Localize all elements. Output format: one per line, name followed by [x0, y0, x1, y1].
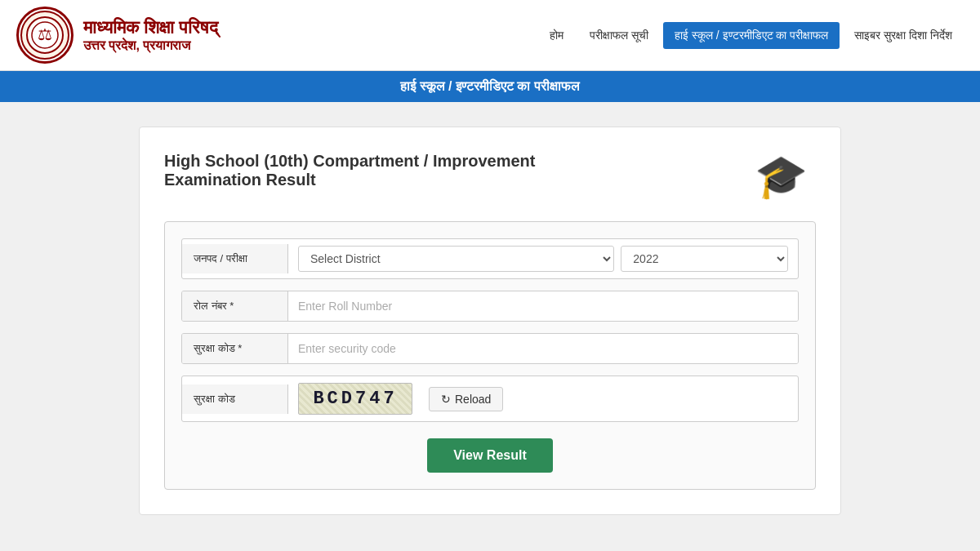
reload-button[interactable]: ↻ Reload [429, 387, 503, 411]
roll-number-row: रोल नंबर * [181, 291, 799, 322]
view-result-button[interactable]: View Result [427, 438, 553, 473]
title-line1: माध्यमिक शिक्षा परिषद् [83, 17, 218, 38]
title-line2: उत्तर प्रदेश, प्रयागराज [83, 38, 218, 53]
security-code-row: सुरक्षा कोड * [181, 333, 799, 364]
page-header: ⚖ माध्यमिक शिक्षा परिषद् उत्तर प्रदेश, प… [0, 0, 980, 71]
logo-svg: ⚖ [25, 16, 65, 55]
card-title: High School (10th) Compartment / Improve… [164, 152, 572, 189]
captcha-image: BCD747 [298, 383, 412, 415]
graduation-cap-icon: 🎓 [755, 152, 808, 202]
district-row: जनपद / परीक्षा Select District Agra Alla… [181, 238, 799, 279]
header-left: ⚖ माध्यमिक शिक्षा परिषद् उत्तर प्रदेश, प… [16, 7, 218, 64]
roll-number-input[interactable] [288, 291, 798, 321]
reload-icon: ↻ [441, 393, 451, 406]
nav-cyber-security[interactable]: साइबर सुरक्षा दिशा निर्देश [843, 22, 964, 49]
logo-inner: ⚖ [20, 11, 69, 60]
year-select[interactable]: 2022 2021 2020 2019 [621, 246, 788, 272]
nav-high-school-result[interactable]: हाई स्कूल / इण्टरमीडिएट का परीक्षाफल [663, 22, 840, 49]
roll-number-label: रोल नंबर * [182, 291, 288, 321]
header-title: माध्यमिक शिक्षा परिषद् उत्तर प्रदेश, प्र… [83, 17, 218, 53]
main-content: High School (10th) Compartment / Improve… [122, 127, 858, 515]
card-header: High School (10th) Compartment / Improve… [164, 152, 816, 202]
nav-home[interactable]: होम [538, 22, 575, 49]
banner-text: हाई स्कूल / इण्टरमीडिएट का परीक्षाफल [400, 79, 580, 93]
blue-banner: हाई स्कूल / इण्टरमीडिएट का परीक्षाफल [0, 71, 980, 102]
svg-text:⚖: ⚖ [38, 25, 52, 43]
nav-results-list[interactable]: परीक्षाफल सूची [578, 22, 660, 49]
result-card: High School (10th) Compartment / Improve… [139, 127, 841, 515]
security-code-input[interactable] [288, 334, 798, 363]
captcha-row: सुरक्षा कोड BCD747 ↻ Reload [181, 375, 799, 422]
district-label: जनपद / परीक्षा [182, 244, 288, 273]
reload-label: Reload [455, 393, 491, 406]
form-container: जनपद / परीक्षा Select District Agra Alla… [164, 221, 816, 490]
nav-menu: होम परीक्षाफल सूची हाई स्कूल / इण्टरमीडि… [538, 22, 964, 49]
security-code-label: सुरक्षा कोड * [182, 334, 288, 363]
logo: ⚖ [16, 7, 74, 64]
form-selects: Select District Agra Allahabad Lucknow K… [288, 239, 798, 278]
captcha-label: सुरक्षा कोड [182, 384, 288, 414]
district-select[interactable]: Select District Agra Allahabad Lucknow K… [298, 246, 614, 272]
